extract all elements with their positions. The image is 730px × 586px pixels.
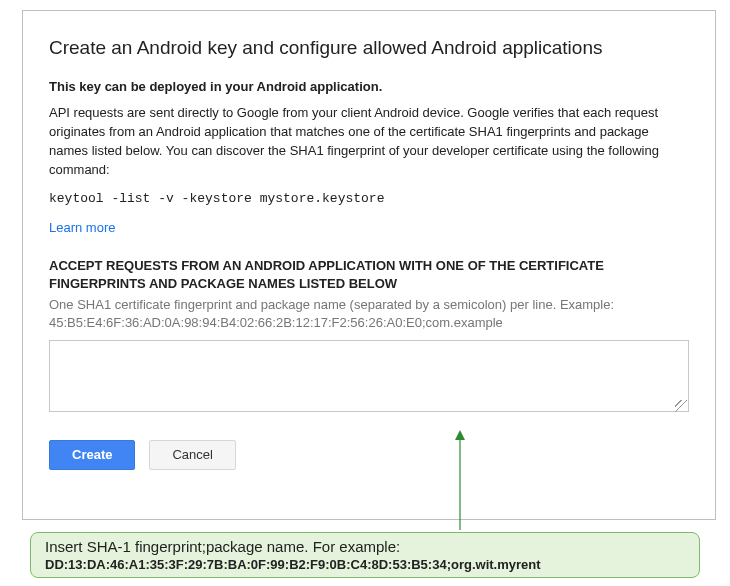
annotation-callout: Insert SHA-1 fingerprint;package name. F… [30, 532, 700, 578]
dialog-title: Create an Android key and configure allo… [49, 37, 689, 59]
learn-more-link[interactable]: Learn more [49, 220, 115, 235]
annotation-line1: Insert SHA-1 fingerprint;package name. F… [45, 538, 685, 557]
annotation-line2: DD:13:DA:46:A1:35:3F:29:7B:BA:0F:99:B2:F… [45, 557, 685, 573]
create-android-key-dialog: Create an Android key and configure allo… [22, 10, 716, 520]
textarea-wrapper [49, 340, 689, 416]
cancel-button[interactable]: Cancel [149, 440, 235, 470]
fingerprints-textarea[interactable] [49, 340, 689, 412]
button-row: Create Cancel [49, 440, 689, 470]
keytool-command: keytool -list -v -keystore mystore.keyst… [49, 191, 689, 206]
accept-requests-heading: ACCEPT REQUESTS FROM AN ANDROID APPLICAT… [49, 257, 689, 292]
intro-bold: This key can be deployed in your Android… [49, 79, 689, 94]
fingerprint-hint: One SHA1 certificate fingerprint and pac… [49, 296, 689, 331]
description-text: API requests are sent directly to Google… [49, 104, 689, 179]
create-button[interactable]: Create [49, 440, 135, 470]
dialog-inner: Create an Android key and configure allo… [23, 11, 715, 492]
